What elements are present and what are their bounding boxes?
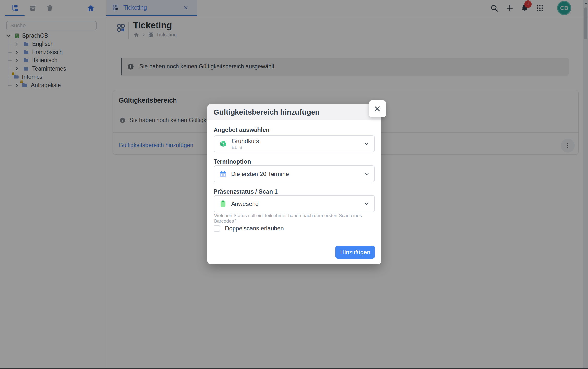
offer-value: Grundkurs bbox=[232, 138, 259, 145]
offer-subvalue: E1_B bbox=[232, 145, 259, 150]
status-select[interactable]: Anwesend bbox=[214, 195, 375, 212]
checkbox-label: Doppelscans erlauben bbox=[225, 225, 284, 232]
term-value: Die ersten 20 Termine bbox=[231, 171, 289, 177]
calendar-icon bbox=[219, 170, 227, 178]
status-label: Präsenzstatus / Scan 1 bbox=[214, 188, 278, 195]
clipboard-icon bbox=[219, 200, 227, 208]
package-icon bbox=[219, 140, 227, 148]
close-icon bbox=[374, 105, 381, 113]
modal-close-button[interactable] bbox=[369, 100, 386, 117]
modal-title: Gültigkeitsbereich hinzufügen bbox=[214, 108, 320, 116]
double-scans-checkbox-row[interactable]: Doppelscans erlauben bbox=[214, 225, 284, 232]
status-helper-text: Welchen Status soll ein Teilnehmer haben… bbox=[214, 213, 381, 224]
offer-label: Angebot auswählen bbox=[214, 126, 270, 133]
add-validity-scope-modal: Gültigkeitsbereich hinzufügen Angebot au… bbox=[207, 104, 381, 264]
chevron-down-icon bbox=[364, 201, 369, 207]
offer-select[interactable]: Grundkurs E1_B bbox=[214, 135, 375, 152]
submit-button[interactable]: Hinzufügen bbox=[335, 246, 375, 259]
checkbox[interactable] bbox=[214, 225, 220, 232]
status-value: Anwesend bbox=[231, 200, 259, 207]
chevron-down-icon bbox=[364, 171, 369, 177]
term-select[interactable]: Die ersten 20 Termine bbox=[214, 165, 375, 182]
modal-header: Gültigkeitsbereich hinzufügen bbox=[207, 104, 381, 120]
chevron-down-icon bbox=[364, 141, 369, 147]
term-label: Terminoption bbox=[214, 158, 251, 165]
